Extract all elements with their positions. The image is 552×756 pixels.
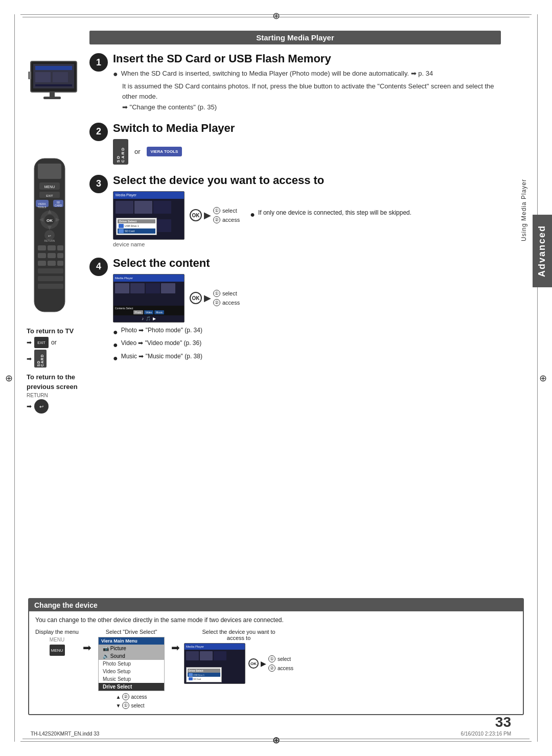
step-4-content: Select the content Media Player [113,257,501,365]
border-right [537,14,538,742]
menu-music-setup: Music Setup [99,675,164,683]
svg-rect-4 [35,66,72,70]
return-row: ➡ ↩ [27,399,78,414]
step-2-number: 2 [89,123,108,141]
photo-dot: ● [113,327,118,338]
step-3-number: 3 [89,175,108,193]
svg-rect-32 [48,245,56,250]
return-prev-title2: previous screen [27,383,78,391]
exit-row: ➡ EXIT or [27,337,74,348]
svg-text:OK: OK [47,218,53,223]
return-prev-section: To return to the previous screen RETURN … [27,373,78,414]
step-1-note2: ➡ "Change the contents" (p. 35) [122,102,501,112]
change-device-section: Change the device You can change to the … [28,589,524,715]
access-text-4: access [222,300,240,306]
step-4-select-controls: OK ▶ ① select ② access [190,290,240,306]
or-label: or [134,148,141,155]
tv-illustration [28,59,82,104]
step-4-bullets: ● Photo ➡ "Photo mode" (p. 34) ● Video ➡… [113,327,501,364]
menu-label-text: MENU [50,637,64,643]
up-down-arrows: ▲ ② access ▼ ① select [116,693,147,709]
device-access-1: ② access [268,665,293,672]
step-1-body: ● When the SD Card is inserted, switchin… [113,68,501,112]
svg-rect-34 [38,253,46,258]
step-3-screen: Media Player Drive Select [113,191,185,240]
num-2: ② [213,216,220,223]
num-1-4: ① [213,290,220,297]
step-4-visual: Media Player Contents Select Photo [113,274,501,323]
step-1-title: Insert the SD Card or USB Flash Memory [113,52,501,65]
step-3: 3 Select the device you want to access t… [89,174,501,247]
advanced-tab: Advanced [533,215,552,287]
svg-rect-42 [38,284,63,289]
remote-control-illustration: MENU EXIT VIERA TOOLS SD CARD OK ↩ RETUR… [27,156,75,321]
svg-rect-3 [43,97,61,99]
svg-rect-33 [57,245,63,250]
exit-button: EXIT [34,337,49,348]
device-select-text: select [278,656,291,662]
svg-rect-10 [38,164,61,179]
step-3-visual: Media Player Drive Select [113,191,501,240]
num-2-4: ② [213,299,220,306]
screen-bar: Media Player [113,192,184,199]
sd-card-exit: SD CARD [34,350,47,368]
flow-arrow-1: ➡ [83,642,91,654]
change-device-body: You can change to the other device direc… [29,611,523,714]
video-bullet: ● Video ➡ "Video mode" (p. 36) [113,339,501,351]
svg-rect-8 [28,72,31,79]
step-3-select-controls: OK ▶ ① select ② access [190,207,240,223]
page-number: 33 [495,714,511,730]
device-select-labels: ① select ② access [268,655,293,672]
footer-date: 6/16/2010 2:23:16 PM [461,731,511,737]
d-num-2: ② [268,665,275,672]
video-dot: ● [113,339,118,351]
access-select-row: ▲ ② access ▼ ① select [116,693,147,709]
mini-menu-header: Viera Main Menu [99,637,164,645]
step-4-title: Select the content [113,257,501,270]
step-3-labels: ① select ② access [213,207,240,223]
svg-rect-37 [38,261,46,266]
menu-picture: 📷 Picture [99,645,164,652]
step-1-number: 1 [89,53,108,72]
svg-rect-44 [38,298,63,303]
access-label-4-1: ② access [213,299,240,306]
step-4-labels: ① select ② access [213,290,240,306]
change-device-box: Change the device You can change to the … [28,598,524,715]
using-media-player-label: Using Media Player [520,179,527,241]
change-device-flow: Display the menu MENU MENU ➡ Select "Dri… [35,629,517,709]
ok-button-device: OK [248,658,259,669]
svg-rect-5 [35,72,51,82]
display-label: Display the menu [35,629,79,635]
d-num-1: ① [268,655,275,662]
menu-photo-setup: Photo Setup [99,660,164,668]
select-device-label: Select the device you want to access to [200,629,277,641]
svg-rect-6 [53,72,68,82]
video-text: Video ➡ "Video mode" (p. 36) [121,339,202,347]
access-text: access [222,217,240,223]
select-label-1: ① select [213,207,240,214]
menu-sound: 🔊 Sound [99,652,164,660]
select-text: select [222,208,237,214]
svg-text:EXIT: EXIT [46,194,53,197]
svg-rect-38 [48,261,56,266]
num-1: ① [213,207,220,214]
footer-filename: TH-L42S20KMRT_EN.indd 33 [31,731,99,737]
ok-button-step3: OK [190,209,202,221]
or-exit: or [51,339,57,346]
device-access-text: access [278,666,293,671]
main-content: Starting Media Player 1 Insert the SD Ca… [89,31,501,365]
sd-row-exit: ➡ SD CARD [27,350,74,368]
flow-select-drive: Select "Drive Select" Viera Main Menu 📷 … [96,629,167,709]
device-screen: Media Player Drive Select [184,643,245,684]
svg-rect-2 [50,92,55,97]
reg-mark-right: ⊕ [539,373,547,384]
menu-btn-row: MENU [50,637,64,644]
bullet-dot: ● [113,68,118,80]
step-4-screen: Media Player Contents Select Photo [113,274,185,323]
svg-rect-43 [38,291,63,296]
step-3-content: Select the device you want to access to … [113,174,501,247]
svg-rect-36 [57,253,63,258]
svg-rect-7 [35,84,72,86]
step-1-note1: It is assumed the SD Card contains photo… [122,81,501,101]
menu-drive-select: Drive Select [99,683,164,691]
